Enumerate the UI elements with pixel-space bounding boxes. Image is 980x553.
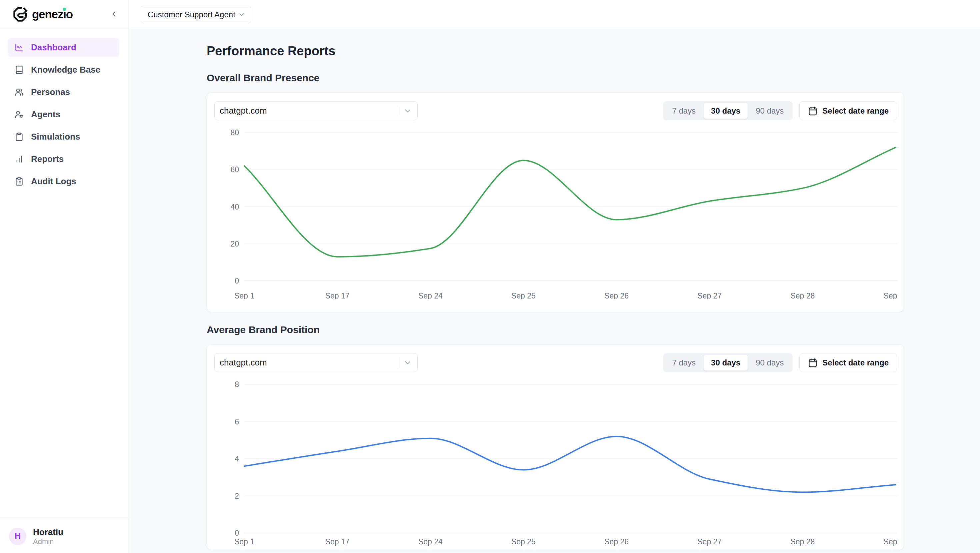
section-heading-brand-position: Average Brand Position [207, 324, 980, 336]
topbar: Customer Support Agent [129, 0, 980, 29]
chevron-left-icon [109, 10, 119, 20]
sidebar-header: genezıo [0, 0, 129, 29]
range-segmented-control: 7 days 30 days 90 days [663, 101, 793, 120]
card-header: chatgpt.com 7 days 30 days 90 days Selec… [214, 353, 897, 372]
svg-text:Sep 17: Sep 17 [325, 291, 350, 299]
svg-text:Sep 25: Sep 25 [511, 291, 536, 299]
svg-text:0: 0 [235, 276, 239, 285]
brand-i-dot [63, 8, 66, 11]
range-30-days-button[interactable]: 30 days [703, 103, 748, 119]
page-title: Performance Reports [207, 44, 980, 58]
brand-position-chart: 02468Sep 1Sep 17Sep 24Sep 25Sep 26Sep 27… [214, 378, 898, 548]
range-90-days-button[interactable]: 90 days [748, 103, 791, 119]
svg-text:Sep 24: Sep 24 [418, 537, 443, 546]
chart-line-icon [15, 43, 24, 52]
domain-select[interactable]: chatgpt.com [214, 353, 418, 372]
book-icon [15, 65, 24, 74]
genezio-logo-icon [13, 7, 28, 22]
sidebar-item-label: Personas [31, 87, 70, 97]
calendar-icon [808, 358, 818, 368]
svg-text:6: 6 [235, 418, 239, 426]
select-date-range-button[interactable]: Select date range [799, 353, 897, 372]
user-profile[interactable]: H Horatiu Admin [0, 519, 129, 553]
sidebar-item-label: Reports [31, 154, 64, 164]
svg-text:60: 60 [230, 165, 239, 174]
sidebar-item-dashboard[interactable]: Dashboard [8, 38, 119, 57]
svg-text:Sep 26: Sep 26 [605, 537, 628, 546]
svg-text:80: 80 [230, 128, 239, 137]
card-controls: 7 days 30 days 90 days Select date range [663, 353, 897, 372]
sidebar-item-agents[interactable]: Agents [8, 105, 119, 124]
svg-text:Sep 1: Sep 1 [234, 291, 255, 299]
sidebar-item-personas[interactable]: Personas [8, 83, 119, 102]
range-segmented-control: 7 days 30 days 90 days [663, 353, 793, 372]
svg-text:8: 8 [235, 380, 239, 389]
sidebar-item-label: Simulations [31, 132, 80, 142]
agent-selector-value: Customer Support Agent [148, 10, 235, 19]
sidebar-item-label: Audit Logs [31, 176, 76, 187]
svg-text:Sep 27: Sep 27 [697, 291, 722, 299]
svg-text:Sep 1: Sep 1 [234, 537, 255, 546]
chevron-down-icon [398, 358, 417, 367]
agent-selector[interactable]: Customer Support Agent [141, 6, 251, 23]
sidebar-item-label: Knowledge Base [31, 65, 100, 75]
sidebar-item-simulations[interactable]: Simulations [8, 127, 119, 146]
calendar-icon [808, 106, 818, 116]
main-content: Performance Reports Overall Brand Presen… [129, 29, 980, 553]
chart-area: 02468Sep 1Sep 17Sep 24Sep 25Sep 26Sep 27… [214, 378, 897, 549]
svg-text:Sep 28: Sep 28 [790, 291, 815, 299]
select-date-range-button[interactable]: Select date range [799, 101, 897, 120]
user-name: Horatiu [33, 527, 63, 537]
range-7-days-button[interactable]: 7 days [664, 103, 703, 119]
genezio-logo: genezıo [13, 7, 73, 22]
sidebar-item-audit-logs[interactable]: Audit Logs [8, 172, 119, 191]
sidebar-collapse-button[interactable] [108, 8, 120, 21]
svg-text:0: 0 [235, 529, 239, 537]
brand-position-card: chatgpt.com 7 days 30 days 90 days Selec… [207, 344, 904, 550]
svg-text:Sep 28: Sep 28 [790, 537, 815, 546]
clipboard-list-icon [15, 177, 24, 186]
range-30-days-button[interactable]: 30 days [703, 354, 748, 371]
svg-text:4: 4 [235, 454, 239, 463]
card-header: chatgpt.com 7 days 30 days 90 days Selec… [214, 101, 897, 120]
user-cog-icon [15, 110, 24, 119]
sidebar: genezıo Dashboard Knowledge Base Persona… [0, 0, 129, 553]
users-icon [15, 87, 24, 97]
avatar: H [9, 528, 26, 545]
svg-text:Sep 24: Sep 24 [418, 291, 443, 299]
user-role: Admin [33, 537, 63, 546]
brand-presence-chart: 020406080Sep 1Sep 17Sep 24Sep 25Sep 26Se… [214, 126, 898, 299]
svg-text:Sep 27: Sep 27 [697, 537, 722, 546]
domain-select-value: chatgpt.com [215, 106, 398, 116]
sidebar-item-label: Agents [31, 109, 60, 119]
chevron-down-icon [238, 11, 245, 18]
svg-text:Sep 26: Sep 26 [605, 291, 628, 299]
svg-text:Sep 29: Sep 29 [884, 537, 898, 546]
chart-area: 020406080Sep 1Sep 17Sep 24Sep 25Sep 26Se… [214, 126, 897, 300]
brand-presence-card: chatgpt.com 7 days 30 days 90 days Selec… [207, 92, 904, 312]
bar-chart-icon [15, 154, 24, 164]
select-date-range-label: Select date range [822, 358, 889, 367]
select-date-range-label: Select date range [822, 106, 889, 116]
sidebar-item-knowledge-base[interactable]: Knowledge Base [8, 60, 119, 79]
chevron-down-icon [398, 106, 417, 115]
clipboard-icon [15, 132, 24, 141]
range-7-days-button[interactable]: 7 days [664, 354, 703, 371]
domain-select[interactable]: chatgpt.com [214, 101, 418, 120]
sidebar-item-reports[interactable]: Reports [8, 149, 119, 168]
card-controls: 7 days 30 days 90 days Select date range [663, 101, 897, 120]
svg-text:40: 40 [230, 203, 239, 211]
svg-text:Sep 17: Sep 17 [325, 537, 350, 546]
svg-text:2: 2 [235, 492, 239, 501]
domain-select-value: chatgpt.com [215, 358, 398, 368]
sidebar-nav: Dashboard Knowledge Base Personas Agents… [0, 29, 129, 519]
sidebar-item-label: Dashboard [31, 42, 76, 52]
svg-text:Sep 25: Sep 25 [511, 537, 536, 546]
brand-wordmark: genezıo [32, 7, 73, 22]
svg-text:Sep 29: Sep 29 [884, 291, 898, 299]
svg-text:20: 20 [230, 240, 239, 248]
section-heading-brand-presence: Overall Brand Presence [207, 72, 980, 84]
range-90-days-button[interactable]: 90 days [748, 354, 791, 371]
